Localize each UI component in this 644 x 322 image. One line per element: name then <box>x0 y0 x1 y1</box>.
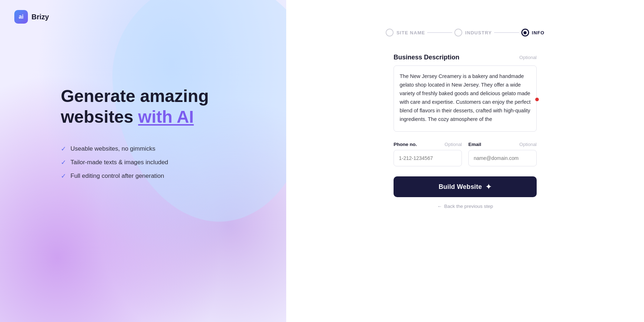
stepper: SITE NAME INDUSTRY INFO <box>386 29 545 36</box>
email-label: Email <box>468 142 481 147</box>
email-header: Email Optional <box>468 142 537 147</box>
step-circle-industry <box>454 29 462 36</box>
sparkle-icon: ✦ <box>486 182 492 191</box>
build-website-button[interactable]: Build Website ✦ <box>394 176 537 197</box>
step-label-info: INFO <box>532 30 545 35</box>
phone-label: Phone no. <box>394 142 417 147</box>
step-circle-site-name <box>386 29 394 36</box>
feature-item-1: ✓ Useable websites, no gimmicks <box>61 145 209 153</box>
back-link[interactable]: ← Back the previous step <box>394 204 537 209</box>
right-panel: SITE NAME INDUSTRY INFO Business Descrip… <box>286 0 644 322</box>
left-panel: ai Brizy Generate amazing websites with … <box>0 0 286 322</box>
feature-text-3: Full editing control after generation <box>70 172 164 180</box>
logo-area: ai Brizy <box>14 10 49 24</box>
email-field-group: Email Optional <box>468 142 537 166</box>
logo-icon: ai <box>14 10 28 24</box>
step-line-2 <box>494 32 519 33</box>
step-line-1 <box>427 32 452 33</box>
textarea-dot-indicator <box>535 98 539 101</box>
feature-item-2: ✓ Tailor-made texts & images included <box>61 158 209 166</box>
phone-optional: Optional <box>445 142 462 147</box>
step-circle-info <box>521 29 529 36</box>
hero-highlight: with AI <box>138 107 194 126</box>
step-industry: INDUSTRY <box>454 29 492 36</box>
fields-row: Phone no. Optional Email Optional <box>394 142 537 166</box>
description-title: Business Description <box>394 54 459 61</box>
step-info: INFO <box>521 29 545 36</box>
phone-input[interactable] <box>394 150 462 166</box>
back-arrow-icon: ← <box>437 204 442 209</box>
phone-header: Phone no. Optional <box>394 142 462 147</box>
check-icon-2: ✓ <box>61 158 66 166</box>
logo-text: Brizy <box>31 13 49 21</box>
step-site-name: SITE NAME <box>386 29 425 36</box>
build-button-label: Build Website <box>439 183 482 191</box>
back-link-text: Back the previous step <box>444 204 493 209</box>
feature-item-3: ✓ Full editing control after generation <box>61 172 209 180</box>
step-label-site-name: SITE NAME <box>396 30 425 35</box>
description-header: Business Description Optional <box>394 54 537 61</box>
hero-title: Generate amazing websites with AI <box>61 86 209 127</box>
phone-field-group: Phone no. Optional <box>394 142 462 166</box>
email-optional: Optional <box>519 142 537 147</box>
check-icon-1: ✓ <box>61 145 66 153</box>
form-container: Business Description Optional Phone no. … <box>394 54 537 209</box>
feature-text-2: Tailor-made texts & images included <box>70 159 168 166</box>
email-input[interactable] <box>468 150 537 166</box>
step-label-industry: INDUSTRY <box>465 30 492 35</box>
features-list: ✓ Useable websites, no gimmicks ✓ Tailor… <box>61 145 209 180</box>
check-icon-3: ✓ <box>61 172 66 180</box>
description-optional: Optional <box>519 55 537 60</box>
hero-content: Generate amazing websites with AI ✓ Usea… <box>61 86 209 180</box>
description-wrapper <box>394 65 537 133</box>
description-textarea[interactable] <box>394 65 537 132</box>
feature-text-1: Useable websites, no gimmicks <box>70 145 155 152</box>
